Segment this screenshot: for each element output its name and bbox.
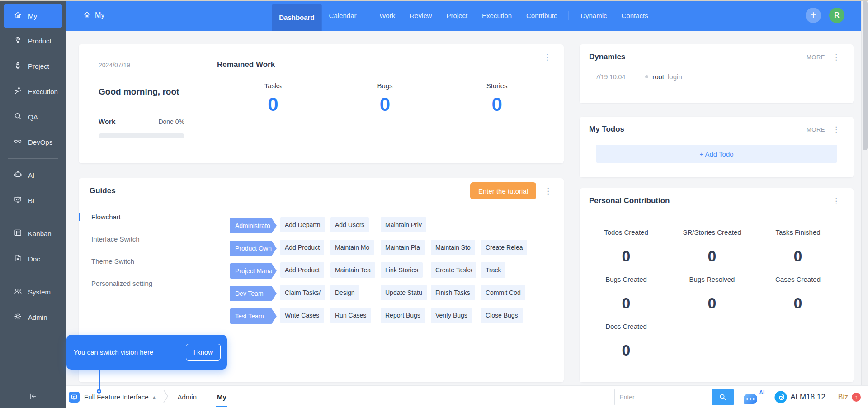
search-input[interactable] xyxy=(614,389,712,405)
sidebar-item-product[interactable]: Product xyxy=(0,28,66,53)
flow-step[interactable]: Claim Tasks/ xyxy=(280,285,325,300)
edition-label[interactable]: Biz xyxy=(838,393,848,401)
stat-value: 0 xyxy=(605,294,647,312)
stat-bugs-created: Bugs Created 0 xyxy=(605,275,647,312)
tab-review[interactable]: Review xyxy=(402,0,439,31)
welcome-card: 2024/07/19 Good morning, root Work Done … xyxy=(79,44,564,163)
tab-contacts[interactable]: Contacts xyxy=(614,0,656,31)
sidebar-item-doc[interactable]: Doc xyxy=(0,246,66,271)
gear-icon xyxy=(14,312,22,322)
flow-step[interactable]: Run Cases xyxy=(330,308,371,323)
ai-assistant-icon[interactable]: AI xyxy=(744,389,764,405)
flow-step[interactable]: Add Product xyxy=(280,262,324,278)
upgrade-badge-icon[interactable]: ↑ xyxy=(852,393,861,402)
tab-personalized-setting[interactable]: Personalized setting xyxy=(79,272,212,294)
tab-project[interactable]: Project xyxy=(439,0,475,31)
more-menu-icon[interactable]: ⋮ xyxy=(832,197,840,205)
scrollbar-track[interactable] xyxy=(861,0,868,385)
flow-step[interactable]: Link Stories xyxy=(381,262,423,278)
sidebar-item-bi[interactable]: BI xyxy=(0,188,66,213)
stat-value: 0 xyxy=(689,294,735,312)
caret-up-icon[interactable]: ▲ xyxy=(152,395,156,399)
sidebar-item-system[interactable]: System xyxy=(0,279,66,304)
remained-work-stats: Tasks 0 Bugs 0 Stories 0 xyxy=(217,82,553,114)
flow-role-badge: Dev Team xyxy=(230,286,277,301)
flow-step[interactable]: Add Users xyxy=(330,217,369,232)
flow-step[interactable]: Finish Tasks xyxy=(431,285,475,300)
sidebar-item-project[interactable]: Project xyxy=(0,53,66,79)
vision-switcher[interactable]: Full Feature Interface xyxy=(84,393,149,401)
flow-step[interactable]: Maintain Mo xyxy=(330,240,374,255)
flow-step[interactable]: Write Cases xyxy=(280,308,324,323)
sidebar-item-admin[interactable]: Admin xyxy=(0,304,66,330)
more-link[interactable]: MORE xyxy=(807,54,825,61)
tab-interface-switch[interactable]: Interface Switch xyxy=(79,228,212,250)
zentao-dashboard: My Product Project Execution QA DevOps A… xyxy=(0,0,868,408)
sidebar-item-my[interactable]: My xyxy=(4,4,62,28)
sidebar-collapse-button[interactable] xyxy=(0,392,66,403)
stat-label: Tasks xyxy=(217,82,329,90)
add-todo-button[interactable]: + Add Todo xyxy=(596,145,837,163)
window-top-edge xyxy=(0,0,868,1)
tab-contribute[interactable]: Contribute xyxy=(519,0,565,31)
zentao-logo-icon[interactable] xyxy=(774,391,787,403)
more-menu-icon[interactable]: ⋮ xyxy=(832,53,840,61)
create-button[interactable]: + xyxy=(806,8,821,23)
tab-dynamic[interactable]: Dynamic xyxy=(573,0,614,31)
more-menu-icon[interactable]: ⋮ xyxy=(832,126,840,133)
flow-role-badge: Test Team xyxy=(230,308,277,324)
i-know-button[interactable]: I know xyxy=(186,344,221,361)
sidebar-item-execution[interactable]: Execution xyxy=(0,79,66,104)
sidebar-item-label: BI xyxy=(28,197,34,204)
stat-label: Cases Created xyxy=(775,275,821,284)
contribution-grid: Todos Created 0 SR/Stories Created 0 Tas… xyxy=(583,228,854,359)
flow-step[interactable]: Create Relea xyxy=(481,240,527,255)
sidebar-item-devops[interactable]: DevOps xyxy=(0,129,66,155)
flow-step[interactable]: Add Product xyxy=(280,240,324,255)
flow-step[interactable]: Report Bugs xyxy=(381,308,425,323)
entry-action-link[interactable]: login xyxy=(668,73,682,81)
flow-step[interactable]: Verify Bugs xyxy=(431,308,472,323)
flow-step[interactable]: Maintain Priv xyxy=(381,217,426,232)
more-menu-icon[interactable]: ⋮ xyxy=(544,187,552,195)
breadcrumb-admin[interactable]: Admin xyxy=(178,393,197,401)
search-button[interactable] xyxy=(712,389,734,405)
sidebar-item-kanban[interactable]: Kanban xyxy=(0,221,66,246)
topbar-breadcrumb-my[interactable]: My xyxy=(83,0,104,31)
enter-tutorial-button[interactable]: Enter the tutorial xyxy=(470,182,536,199)
tab-label: Flowchart xyxy=(91,213,121,221)
avatar[interactable]: R xyxy=(829,8,844,23)
stat-value[interactable]: 0 xyxy=(217,95,329,114)
tab-work[interactable]: Work xyxy=(372,0,402,31)
more-link[interactable]: MORE xyxy=(807,126,825,133)
tab-flowchart[interactable]: Flowchart xyxy=(79,206,212,228)
flow-step[interactable]: Maintain Sto xyxy=(431,240,475,255)
tab-execution[interactable]: Execution xyxy=(475,0,519,31)
flow-step[interactable]: Maintain Pla xyxy=(381,240,425,255)
stat-value[interactable]: 0 xyxy=(441,95,553,114)
flow-step[interactable]: Design xyxy=(330,285,359,300)
flow-step[interactable]: Maintain Tea xyxy=(330,262,375,278)
more-menu-icon[interactable]: ⋮ xyxy=(543,53,551,61)
flow-role-badge: Product Own xyxy=(230,241,277,256)
tab-calendar[interactable]: Calendar xyxy=(322,0,364,31)
flow-step[interactable]: Create Tasks xyxy=(431,262,476,278)
stat-value: 0 xyxy=(605,341,647,359)
breadcrumb-my-active[interactable]: My xyxy=(216,387,227,407)
stat-value[interactable]: 0 xyxy=(329,95,441,114)
tab-dashboard[interactable]: Dashboard xyxy=(272,4,321,31)
stat-label: Bugs xyxy=(329,82,441,90)
tab-theme-switch[interactable]: Theme Switch xyxy=(79,250,212,272)
sidebar-item-label: Product xyxy=(28,37,52,45)
tab-label: Personalized setting xyxy=(91,280,152,287)
vision-monitor-icon[interactable] xyxy=(69,392,80,403)
sidebar-item-qa[interactable]: QA xyxy=(0,104,66,129)
flow-step[interactable]: Add Departn xyxy=(280,217,325,232)
flow-step[interactable]: Track xyxy=(481,262,505,278)
scrollbar-thumb[interactable] xyxy=(863,1,868,150)
sidebar-item-ai[interactable]: AI xyxy=(0,162,66,188)
flow-step[interactable]: Commit Cod xyxy=(481,285,525,300)
stat-value: 0 xyxy=(775,247,820,265)
flow-step[interactable]: Close Bugs xyxy=(481,308,523,323)
flow-step[interactable]: Update Statu xyxy=(381,285,427,300)
